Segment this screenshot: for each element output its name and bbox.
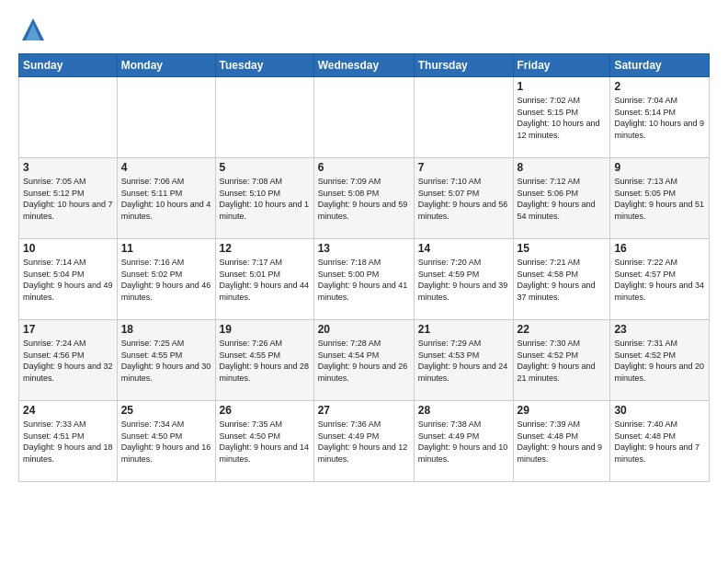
calendar-cell: 23Sunrise: 7:31 AM Sunset: 4:52 PM Dayli… xyxy=(610,320,710,401)
calendar-cell: 21Sunrise: 7:29 AM Sunset: 4:53 PM Dayli… xyxy=(414,320,513,401)
day-info: Sunrise: 7:30 AM Sunset: 4:52 PM Dayligh… xyxy=(518,338,607,384)
day-info: Sunrise: 7:10 AM Sunset: 5:07 PM Dayligh… xyxy=(418,176,509,222)
calendar-cell: 13Sunrise: 7:18 AM Sunset: 5:00 PM Dayli… xyxy=(313,239,414,320)
day-info: Sunrise: 7:28 AM Sunset: 4:54 PM Dayligh… xyxy=(318,338,410,384)
calendar-header-tuesday: Tuesday xyxy=(215,54,313,77)
calendar-cell: 28Sunrise: 7:38 AM Sunset: 4:49 PM Dayli… xyxy=(414,401,513,482)
day-info: Sunrise: 7:36 AM Sunset: 4:49 PM Dayligh… xyxy=(318,419,410,465)
day-info: Sunrise: 7:21 AM Sunset: 4:58 PM Dayligh… xyxy=(518,257,607,303)
day-info: Sunrise: 7:35 AM Sunset: 4:50 PM Dayligh… xyxy=(220,419,310,465)
calendar-cell: 17Sunrise: 7:24 AM Sunset: 4:56 PM Dayli… xyxy=(19,320,118,401)
calendar-cell: 7Sunrise: 7:10 AM Sunset: 5:07 PM Daylig… xyxy=(414,158,513,239)
day-number: 16 xyxy=(614,242,705,255)
day-info: Sunrise: 7:22 AM Sunset: 4:57 PM Dayligh… xyxy=(614,257,705,303)
calendar-cell: 29Sunrise: 7:39 AM Sunset: 4:48 PM Dayli… xyxy=(513,401,610,482)
day-info: Sunrise: 7:33 AM Sunset: 4:51 PM Dayligh… xyxy=(23,419,113,465)
day-number: 3 xyxy=(23,161,113,174)
day-info: Sunrise: 7:05 AM Sunset: 5:12 PM Dayligh… xyxy=(23,176,113,222)
calendar-week-3: 10Sunrise: 7:14 AM Sunset: 5:04 PM Dayli… xyxy=(19,239,710,320)
calendar: SundayMondayTuesdayWednesdayThursdayFrid… xyxy=(18,53,710,482)
day-info: Sunrise: 7:04 AM Sunset: 5:14 PM Dayligh… xyxy=(614,95,705,141)
calendar-cell: 27Sunrise: 7:36 AM Sunset: 4:49 PM Dayli… xyxy=(313,401,414,482)
calendar-cell: 26Sunrise: 7:35 AM Sunset: 4:50 PM Dayli… xyxy=(215,401,313,482)
day-number: 10 xyxy=(23,242,113,255)
day-info: Sunrise: 7:09 AM Sunset: 5:08 PM Dayligh… xyxy=(318,176,410,222)
calendar-cell: 24Sunrise: 7:33 AM Sunset: 4:51 PM Dayli… xyxy=(19,401,118,482)
day-info: Sunrise: 7:26 AM Sunset: 4:55 PM Dayligh… xyxy=(220,338,310,384)
day-number: 20 xyxy=(318,323,410,336)
day-number: 6 xyxy=(318,161,410,174)
calendar-cell: 12Sunrise: 7:17 AM Sunset: 5:01 PM Dayli… xyxy=(215,239,313,320)
day-number: 4 xyxy=(121,161,211,174)
day-info: Sunrise: 7:02 AM Sunset: 5:15 PM Dayligh… xyxy=(518,95,607,141)
calendar-header-monday: Monday xyxy=(117,54,215,77)
day-number: 24 xyxy=(23,404,113,417)
day-number: 23 xyxy=(614,323,705,336)
calendar-cell: 22Sunrise: 7:30 AM Sunset: 4:52 PM Dayli… xyxy=(513,320,610,401)
calendar-cell xyxy=(117,77,215,158)
logo-icon xyxy=(18,15,48,44)
day-info: Sunrise: 7:34 AM Sunset: 4:50 PM Dayligh… xyxy=(121,419,211,465)
day-info: Sunrise: 7:06 AM Sunset: 5:11 PM Dayligh… xyxy=(121,176,211,222)
calendar-week-5: 24Sunrise: 7:33 AM Sunset: 4:51 PM Dayli… xyxy=(19,401,710,482)
day-number: 9 xyxy=(614,161,705,174)
calendar-week-4: 17Sunrise: 7:24 AM Sunset: 4:56 PM Dayli… xyxy=(19,320,710,401)
header xyxy=(18,15,710,44)
day-number: 25 xyxy=(121,404,211,417)
calendar-header-wednesday: Wednesday xyxy=(313,54,414,77)
day-number: 17 xyxy=(23,323,113,336)
day-number: 8 xyxy=(518,161,607,174)
calendar-header-thursday: Thursday xyxy=(414,54,513,77)
calendar-header-friday: Friday xyxy=(513,54,610,77)
day-info: Sunrise: 7:14 AM Sunset: 5:04 PM Dayligh… xyxy=(23,257,113,303)
calendar-cell: 1Sunrise: 7:02 AM Sunset: 5:15 PM Daylig… xyxy=(513,77,610,158)
calendar-cell: 3Sunrise: 7:05 AM Sunset: 5:12 PM Daylig… xyxy=(19,158,118,239)
day-info: Sunrise: 7:13 AM Sunset: 5:05 PM Dayligh… xyxy=(614,176,705,222)
day-info: Sunrise: 7:29 AM Sunset: 4:53 PM Dayligh… xyxy=(418,338,509,384)
logo xyxy=(18,15,51,44)
calendar-cell: 30Sunrise: 7:40 AM Sunset: 4:48 PM Dayli… xyxy=(610,401,710,482)
calendar-cell: 11Sunrise: 7:16 AM Sunset: 5:02 PM Dayli… xyxy=(117,239,215,320)
day-number: 11 xyxy=(121,242,211,255)
day-info: Sunrise: 7:39 AM Sunset: 4:48 PM Dayligh… xyxy=(518,419,607,465)
calendar-header-saturday: Saturday xyxy=(610,54,710,77)
calendar-cell: 5Sunrise: 7:08 AM Sunset: 5:10 PM Daylig… xyxy=(215,158,313,239)
calendar-header-sunday: Sunday xyxy=(19,54,118,77)
day-number: 21 xyxy=(418,323,509,336)
day-info: Sunrise: 7:16 AM Sunset: 5:02 PM Dayligh… xyxy=(121,257,211,303)
calendar-cell: 2Sunrise: 7:04 AM Sunset: 5:14 PM Daylig… xyxy=(610,77,710,158)
calendar-cell xyxy=(19,77,118,158)
day-number: 30 xyxy=(614,404,705,417)
calendar-header-row: SundayMondayTuesdayWednesdayThursdayFrid… xyxy=(19,54,710,77)
day-number: 19 xyxy=(220,323,310,336)
day-info: Sunrise: 7:18 AM Sunset: 5:00 PM Dayligh… xyxy=(318,257,410,303)
calendar-cell: 15Sunrise: 7:21 AM Sunset: 4:58 PM Dayli… xyxy=(513,239,610,320)
day-number: 29 xyxy=(518,404,607,417)
calendar-cell: 10Sunrise: 7:14 AM Sunset: 5:04 PM Dayli… xyxy=(19,239,118,320)
day-number: 22 xyxy=(518,323,607,336)
calendar-cell: 18Sunrise: 7:25 AM Sunset: 4:55 PM Dayli… xyxy=(117,320,215,401)
day-number: 18 xyxy=(121,323,211,336)
calendar-cell: 14Sunrise: 7:20 AM Sunset: 4:59 PM Dayli… xyxy=(414,239,513,320)
day-number: 2 xyxy=(614,80,705,93)
day-number: 27 xyxy=(318,404,410,417)
day-number: 1 xyxy=(518,80,607,93)
calendar-cell: 6Sunrise: 7:09 AM Sunset: 5:08 PM Daylig… xyxy=(313,158,414,239)
day-number: 12 xyxy=(220,242,310,255)
calendar-cell xyxy=(313,77,414,158)
day-info: Sunrise: 7:17 AM Sunset: 5:01 PM Dayligh… xyxy=(220,257,310,303)
calendar-cell: 8Sunrise: 7:12 AM Sunset: 5:06 PM Daylig… xyxy=(513,158,610,239)
day-info: Sunrise: 7:38 AM Sunset: 4:49 PM Dayligh… xyxy=(418,419,509,465)
calendar-cell: 19Sunrise: 7:26 AM Sunset: 4:55 PM Dayli… xyxy=(215,320,313,401)
day-number: 13 xyxy=(318,242,410,255)
calendar-cell xyxy=(414,77,513,158)
calendar-cell xyxy=(215,77,313,158)
day-info: Sunrise: 7:24 AM Sunset: 4:56 PM Dayligh… xyxy=(23,338,113,384)
calendar-cell: 16Sunrise: 7:22 AM Sunset: 4:57 PM Dayli… xyxy=(610,239,710,320)
page: SundayMondayTuesdayWednesdayThursdayFrid… xyxy=(0,0,728,491)
calendar-cell: 4Sunrise: 7:06 AM Sunset: 5:11 PM Daylig… xyxy=(117,158,215,239)
calendar-week-2: 3Sunrise: 7:05 AM Sunset: 5:12 PM Daylig… xyxy=(19,158,710,239)
day-number: 15 xyxy=(518,242,607,255)
day-number: 28 xyxy=(418,404,509,417)
day-number: 14 xyxy=(418,242,509,255)
